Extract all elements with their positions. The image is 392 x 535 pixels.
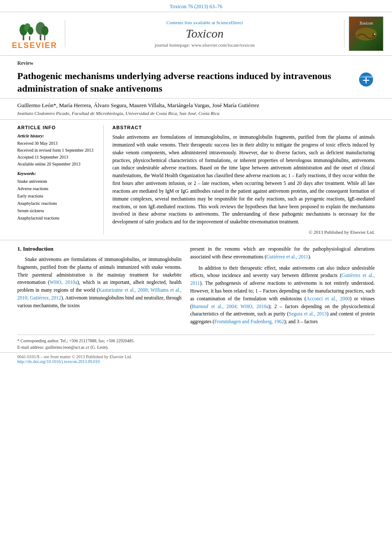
- keywords-section: Keywords: Snake antivenom Adverse reacti…: [17, 171, 96, 222]
- article-info-heading: ARTICLE INFO: [17, 125, 96, 130]
- svg-rect-6: [40, 35, 41, 40]
- crossmark-icon: CrossMark: [358, 72, 374, 87]
- authors: Guillermo León*, María Herrera, Álvaro S…: [0, 99, 392, 110]
- sciencedirect-text: Contents lists available at ScienceDirec…: [74, 20, 335, 25]
- intro-para-3: In addition to their therapeutic effect,…: [190, 264, 375, 326]
- citation-bar: Toxicon 76 (2013) 63–76: [0, 0, 392, 12]
- who-link-1[interactable]: WHO, 2010a: [50, 280, 77, 285]
- article-type: Review: [0, 56, 392, 68]
- journal-info: Contents lists available at ScienceDirec…: [65, 20, 344, 48]
- gutierrez-link-2[interactable]: Gutiérrez et al., 2011: [190, 273, 375, 286]
- available-online-date: Available online 20 September 2013: [17, 161, 96, 168]
- abstract-column: ABSTRACT Snake antivenoms are formulatio…: [112, 125, 375, 235]
- abstract-text: Snake antivenoms are formulations of imm…: [112, 134, 375, 226]
- svg-point-11: [374, 33, 376, 35]
- corresponding-author-note: * Corresponding author. Tel.; +506 25117…: [17, 338, 375, 344]
- intro-para-2: present in the venoms which are responsi…: [190, 245, 375, 261]
- elsevier-tree-icon: [17, 17, 52, 41]
- acconci-link[interactable]: Acconci et al., 2000: [306, 296, 350, 301]
- main-content: 1. Introduction Snake antivenoms are for…: [0, 240, 392, 334]
- svg-rect-4: [29, 36, 30, 40]
- article-history: Article history: Received 30 May 2013 Re…: [17, 134, 96, 168]
- svg-point-3: [28, 27, 33, 35]
- email-note: E-mail address: guillermo.leon@ucr.ac.cr…: [17, 344, 375, 350]
- copyright-line: © 2013 Published by Elsevier Ltd.: [112, 229, 375, 235]
- segura-link[interactable]: Segura et al., 2013: [289, 311, 327, 316]
- cover-image-icon: [353, 25, 379, 47]
- svg-rect-8: [44, 35, 45, 40]
- keyword-3: Early reactions: [17, 192, 96, 200]
- introduction-heading: 1. Introduction: [17, 245, 182, 252]
- journal-header: ELSEVIER Contents lists available at Sci…: [0, 12, 392, 56]
- keyword-2: Adverse reactions: [17, 185, 96, 192]
- elsevier-logo: ELSEVIER: [9, 17, 61, 50]
- article-info-abstract: ARTICLE INFO Article history: Received 3…: [0, 120, 392, 240]
- kasturiratne-link[interactable]: Kasturiratne et al., 2008; Williams et a…: [17, 287, 182, 300]
- journal-homepage: journal homepage: www.elsevier.com/locat…: [74, 42, 335, 48]
- received-date: Received 30 May 2013: [17, 140, 96, 147]
- left-column: 1. Introduction Snake antivenoms are for…: [17, 245, 182, 329]
- journal-cover: Toxicon: [349, 16, 383, 51]
- keyword-5: Serum sickness: [17, 207, 96, 214]
- article-title-section: Pathogenic mechanisms underlying adverse…: [0, 68, 392, 99]
- journal-name: Toxicon: [74, 27, 335, 41]
- keyword-6: Anaphylactoid reactions: [17, 214, 96, 222]
- keyword-1: Snake antivenom: [17, 178, 96, 185]
- affiliation: Instituto Clodomiro Picado, Facultad de …: [0, 110, 392, 120]
- sciencedirect-link[interactable]: ScienceDirect: [216, 20, 243, 25]
- bottom-bar: 0041-0101/$ – see front matter © 2013 Pu…: [0, 352, 392, 366]
- cover-title: Toxicon: [359, 21, 373, 25]
- keyword-4: Anaphylactic reactions: [17, 200, 96, 207]
- crossmark-badge: CrossMark: [357, 72, 375, 89]
- abstract-heading: ABSTRACT: [112, 125, 375, 130]
- section-title-text: Introduction: [23, 245, 54, 252]
- article-info-column: ARTICLE INFO Article history: Received 3…: [17, 125, 104, 235]
- doi-line[interactable]: http://dx.doi.org/10.1016/j.toxicon.2013…: [17, 359, 375, 364]
- section-number: 1.: [17, 245, 22, 252]
- elsevier-wordmark: ELSEVIER: [12, 41, 57, 50]
- article-title: Pathogenic mechanisms underlying adverse…: [17, 70, 353, 95]
- authors-text: Guillermo León*, María Herrera, Álvaro S…: [17, 102, 259, 108]
- intro-para-1: Snake antivenoms are formulations of imm…: [17, 256, 182, 310]
- citation-text: Toxicon 76 (2013) 63–76: [169, 3, 222, 10]
- intro-body-left: Snake antivenoms are formulations of imm…: [17, 256, 182, 310]
- issn-line: 0041-0101/$ – see front matter © 2013 Pu…: [17, 354, 375, 359]
- footnotes: * Corresponding author. Tel.; +506 25117…: [17, 334, 375, 350]
- history-label: Article history:: [17, 134, 96, 138]
- accepted-date: Accepted 11 September 2013: [17, 154, 96, 161]
- svg-point-7: [41, 26, 49, 35]
- burnouf-link[interactable]: Burnouf et al., 2004; WHO, 2010a: [192, 304, 268, 309]
- received-revised-date: Received in revised form 1 September 201…: [17, 147, 96, 154]
- intro-body-right: present in the venoms which are responsi…: [190, 245, 375, 326]
- frommhagen-link[interactable]: Frommhagen and Fudenberg, 1962: [214, 319, 284, 324]
- keywords-label: Keywords:: [17, 171, 96, 176]
- gutierrez-link-1[interactable]: Gutiérrez et al., 2011: [266, 254, 308, 259]
- right-column: present in the venoms which are responsi…: [190, 245, 375, 329]
